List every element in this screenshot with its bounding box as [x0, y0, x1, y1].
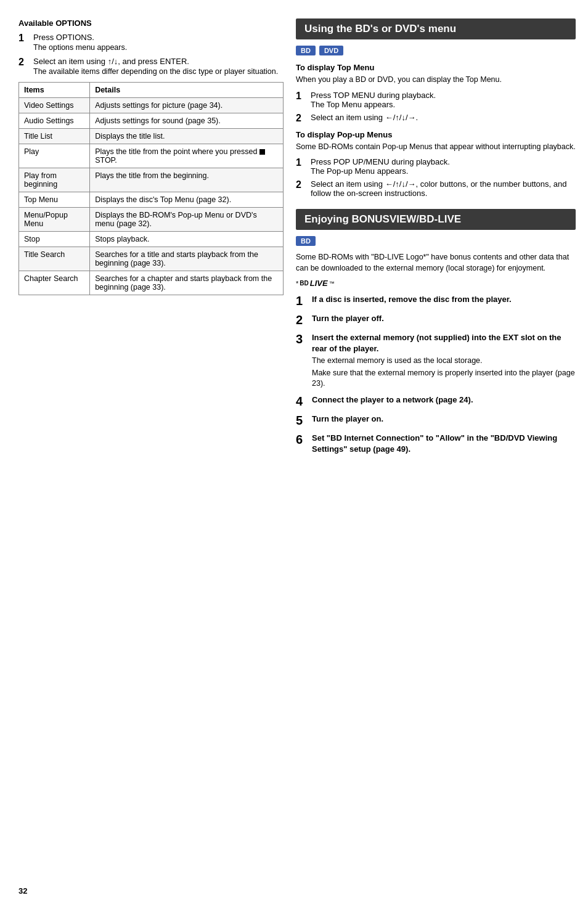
enjoying-step-6-bold: Set "BD Internet Connection" to "Allow" …: [312, 433, 557, 454]
enjoying-step-2-bold: Turn the player off.: [312, 314, 384, 323]
enjoying-header: Enjoying BONUSVIEW/BD-LIVE: [296, 209, 576, 230]
step-2-sub: The available items differ depending on …: [33, 67, 284, 76]
enjoying-step-3-content: Insert the external memory (not supplied…: [312, 332, 576, 390]
step-2-content: Select an item using ↑/↓, and press ENTE…: [33, 57, 284, 76]
left-column: Available OPTIONS 1 Press OPTIONS. The o…: [18, 18, 284, 896]
table-row-item-3: Play: [19, 144, 90, 168]
enjoying-step-5: 5 Turn the player on.: [296, 414, 576, 428]
enjoying-step-2: 2 Turn the player off.: [296, 313, 576, 327]
table-row: Top MenuDisplays the disc's Top Menu (pa…: [19, 192, 284, 208]
popup-step-2: 2 Select an item using ←/↑/↓/→, color bu…: [296, 179, 576, 198]
right-column: Using the BD's or DVD's menu BD DVD To d…: [296, 18, 576, 896]
table-row: Video SettingsAdjusts settings for pictu…: [19, 98, 284, 113]
bd-badge-2: BD: [296, 236, 316, 246]
popup-step-1-main: Press POP UP/MENU during playback.: [311, 157, 450, 166]
display-popup-body: Some BD-ROMs contain Pop-up Menus that a…: [296, 142, 576, 153]
enjoying-step-4-bold: Connect the player to a network (page 24…: [312, 395, 473, 404]
bdlive-live-text: LIVE: [310, 279, 328, 288]
table-row-item-4: Play from beginning: [19, 168, 90, 192]
table-row-detail-5: Displays the disc's Top Menu (page 32).: [90, 192, 284, 208]
table-row-detail-3: Plays the title from the point where you…: [90, 144, 284, 168]
table-row: Audio SettingsAdjusts settings for sound…: [19, 113, 284, 129]
step-2-main: Select an item using ↑/↓, and press ENTE…: [33, 57, 189, 66]
badge-row-1: BD DVD: [296, 46, 576, 55]
enjoying-step-3-num: 3: [296, 332, 307, 346]
enjoying-step-5-num: 5: [296, 414, 307, 428]
enjoying-step-3-sub1: The external memory is used as the local…: [312, 356, 576, 367]
top-menu-steps: 1 Press TOP MENU during playback. The To…: [296, 91, 576, 124]
step-1-content: Press OPTIONS. The options menu appears.: [33, 33, 284, 52]
enjoying-step-2-num: 2: [296, 313, 307, 327]
popup-step-1-num: 1: [296, 157, 306, 168]
enjoying-step-2-content: Turn the player off.: [312, 313, 384, 324]
top-menu-step-2: 2 Select an item using ←/↑/↓/→.: [296, 113, 576, 124]
table-row-item-2: Title List: [19, 129, 90, 144]
enjoying-step-6-content: Set "BD Internet Connection" to "Allow" …: [312, 433, 576, 455]
table-row-detail-0: Adjusts settings for picture (page 34).: [90, 98, 284, 113]
enjoying-step-5-bold: Turn the player on.: [312, 414, 383, 423]
enjoying-step-3-sub2: Make sure that the external memory is pr…: [312, 368, 576, 390]
table-row: Play from beginningPlays the title from …: [19, 168, 284, 192]
table-row-item-8: Title Search: [19, 247, 90, 271]
available-options-title: Available OPTIONS: [18, 18, 284, 28]
enjoying-step-5-content: Turn the player on.: [312, 414, 383, 425]
enjoying-step-6-num: 6: [296, 433, 307, 447]
display-top-menu-body: When you play a BD or DVD, you can displ…: [296, 75, 576, 86]
popup-step-2-main: Select an item using ←/↑/↓/→, color butt…: [311, 179, 567, 198]
top-menu-step-1: 1 Press TOP MENU during playback. The To…: [296, 91, 576, 109]
table-row-item-0: Video Settings: [19, 98, 90, 113]
top-menu-step-2-content: Select an item using ←/↑/↓/→.: [311, 113, 418, 122]
bdlive-bd-sup: BD: [300, 280, 308, 287]
popup-step-1: 1 Press POP UP/MENU during playback. The…: [296, 157, 576, 176]
step-1-sub: The options menu appears.: [33, 43, 284, 52]
table-row: Title ListDisplays the title list.: [19, 129, 284, 144]
table-row-detail-8: Searches for a title and starts playback…: [90, 247, 284, 271]
dvd-badge: DVD: [319, 46, 343, 55]
display-popup-title: To display Pop-up Menus: [296, 130, 576, 139]
enjoying-step-6: 6 Set "BD Internet Connection" to "Allow…: [296, 433, 576, 455]
table-row-detail-4: Plays the title from the beginning.: [90, 168, 284, 192]
table-row-item-7: Stop: [19, 232, 90, 247]
enjoying-body: Some BD-ROMs with "BD-LIVE Logo*" have b…: [296, 252, 576, 274]
step-1-num: 1: [18, 33, 28, 52]
table-row: Menu/Popup MenuDisplays the BD-ROM's Pop…: [19, 208, 284, 232]
table-row-detail-1: Adjusts settings for sound (page 35).: [90, 113, 284, 129]
enjoying-step-1-content: If a disc is inserted, remove the disc f…: [312, 294, 512, 305]
enjoying-step-4-content: Connect the player to a network (page 24…: [312, 394, 473, 406]
col-items: Items: [19, 83, 90, 98]
step-2: 2 Select an item using ↑/↓, and press EN…: [18, 57, 284, 76]
table-row: StopStops playback.: [19, 232, 284, 247]
top-menu-step-2-main: Select an item using ←/↑/↓/→.: [311, 113, 418, 122]
enjoying-step-1-bold: If a disc is inserted, remove the disc f…: [312, 295, 512, 304]
popup-step-1-content: Press POP UP/MENU during playback. The P…: [311, 157, 450, 176]
badge-row-2: BD: [296, 236, 576, 246]
table-row-detail-2: Displays the title list.: [90, 129, 284, 144]
step-1: 1 Press OPTIONS. The options menu appear…: [18, 33, 284, 52]
col-details: Details: [90, 83, 284, 98]
enjoying-step-4-num: 4: [296, 394, 307, 409]
bdlive-logo: * BD LIVE ™: [296, 279, 576, 288]
popup-step-2-content: Select an item using ←/↑/↓/→, color butt…: [311, 179, 576, 198]
using-bd-dvd-header: Using the BD's or DVD's menu: [296, 18, 576, 39]
top-menu-step-1-num: 1: [296, 91, 306, 102]
enjoying-step-3: 3 Insert the external memory (not suppli…: [296, 332, 576, 390]
table-row-detail-6: Displays the BD-ROM's Pop-up Menu or DVD…: [90, 208, 284, 232]
enjoying-step-4: 4 Connect the player to a network (page …: [296, 394, 576, 409]
table-row-item-6: Menu/Popup Menu: [19, 208, 90, 232]
enjoying-steps: 1 If a disc is inserted, remove the disc…: [296, 294, 576, 455]
top-menu-step-2-num: 2: [296, 113, 306, 124]
display-top-menu-title: To display Top Menu: [296, 63, 576, 72]
table-row: Chapter SearchSearches for a chapter and…: [19, 271, 284, 295]
popup-step-1-sub: The Pop-up Menu appears.: [311, 166, 408, 176]
options-steps: 1 Press OPTIONS. The options menu appear…: [18, 33, 284, 76]
bdlive-tm: ™: [329, 280, 335, 287]
popup-steps: 1 Press POP UP/MENU during playback. The…: [296, 157, 576, 198]
top-menu-step-1-content: Press TOP MENU during playback. The Top …: [311, 91, 436, 109]
table-row-item-9: Chapter Search: [19, 271, 90, 295]
step-1-main: Press OPTIONS.: [33, 33, 94, 42]
enjoying-step-3-bold: Insert the external memory (not supplied…: [312, 333, 561, 353]
page-number: 32: [18, 886, 27, 896]
step-2-num: 2: [18, 57, 28, 76]
enjoying-step-1-num: 1: [296, 294, 307, 308]
options-table: Items Details Video SettingsAdjusts sett…: [18, 82, 284, 295]
